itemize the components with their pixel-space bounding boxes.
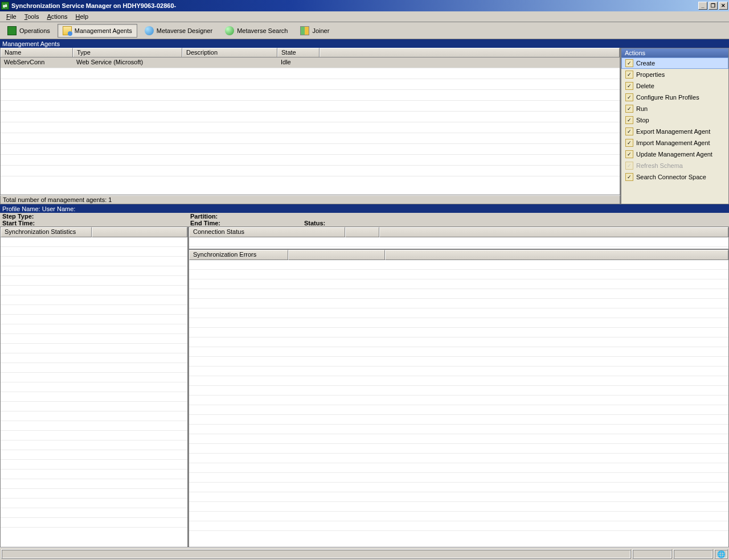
table-row[interactable] <box>1 122 620 133</box>
connection-status-header[interactable]: Connection Status <box>189 227 345 237</box>
toolbar-operations[interactable]: Operations <box>2 24 55 38</box>
app-icon: ⇄ <box>1 2 9 10</box>
action-icon: ✓ <box>625 173 633 181</box>
status-label: Status: <box>304 220 333 227</box>
action-icon: ✓ <box>625 105 633 113</box>
titlebar: ⇄ Synchronization Service Manager on HDH… <box>0 0 729 11</box>
table-row[interactable] <box>1 101 620 112</box>
cell-name <box>1 112 73 122</box>
action-stop[interactable]: ✓Stop <box>621 114 728 126</box>
action-delete[interactable]: ✓Delete <box>621 80 728 92</box>
col-spacer <box>320 48 620 57</box>
action-label: Refresh Schema <box>636 162 683 169</box>
table-row[interactable] <box>1 68 620 79</box>
action-icon: ✓ <box>625 59 633 67</box>
cell-state: Idle <box>277 57 320 68</box>
end-time-label: End Time: <box>190 220 227 227</box>
action-properties[interactable]: ✓Properties <box>621 69 728 80</box>
menu-tools[interactable]: Tools <box>21 12 43 21</box>
cell-type <box>73 79 182 89</box>
action-update-management-agent[interactable]: ✓Update Management Agent <box>621 149 728 160</box>
table-row[interactable]: WebServConnWeb Service (Microsoft)Idle <box>1 57 620 68</box>
window-title: Synchronization Service Manager on HDHY9… <box>11 2 176 9</box>
metaverse-designer-icon <box>145 26 154 35</box>
cell-name <box>1 90 73 100</box>
connection-status-header3[interactable] <box>379 227 728 237</box>
close-button[interactable]: ✕ <box>719 2 728 10</box>
action-search-connector-space[interactable]: ✓Search Connector Space <box>621 171 728 183</box>
cell-description <box>182 79 277 89</box>
management-agents-icon <box>63 26 72 35</box>
col-name[interactable]: Name <box>1 48 73 57</box>
step-type-label: Step Type: <box>2 213 45 220</box>
table-column-headers: Name Type Description State <box>1 48 620 57</box>
maximize-button[interactable]: ❐ <box>708 2 718 10</box>
sync-statistics-header2[interactable] <box>92 227 187 237</box>
table-row[interactable] <box>1 166 620 176</box>
start-time-label: Start Time: <box>2 220 45 227</box>
sync-errors-header3[interactable] <box>385 250 728 260</box>
col-state[interactable]: State <box>277 48 320 57</box>
toolbar-management-agents[interactable]: Management Agents <box>58 24 137 38</box>
cell-name <box>1 155 73 165</box>
cell-description <box>182 68 277 79</box>
sync-statistics-header[interactable]: Synchronization Statistics <box>1 227 92 237</box>
globe-icon: 🌐 <box>717 550 726 558</box>
toolbar-metaverse-search[interactable]: Metaverse Search <box>220 24 293 38</box>
cell-description <box>182 57 277 68</box>
toolbar-metaverse-designer[interactable]: Metaverse Designer <box>140 24 218 38</box>
sync-errors-panel[interactable]: Synchronization Errors <box>189 249 729 547</box>
joiner-icon <box>300 26 309 35</box>
action-icon: ✓ <box>625 162 633 170</box>
statusbar: 🌐 <box>0 547 729 560</box>
cell-state <box>277 133 320 143</box>
cell-description <box>182 166 277 176</box>
table-row[interactable] <box>1 133 620 144</box>
action-run[interactable]: ✓Run <box>621 103 728 114</box>
menu-actions[interactable]: Actions <box>43 12 71 21</box>
cell-name <box>1 68 73 79</box>
cell-description <box>182 133 277 143</box>
sync-statistics-panel[interactable]: Synchronization Statistics <box>0 227 188 547</box>
table-row[interactable] <box>1 144 620 155</box>
cell-name <box>1 133 73 143</box>
action-import-management-agent[interactable]: ✓Import Management Agent <box>621 137 728 149</box>
cell-name <box>1 79 73 89</box>
statusbar-network-icon: 🌐 <box>714 549 728 559</box>
cell-name <box>1 122 73 133</box>
connection-status-panel[interactable]: Connection Status <box>189 227 729 249</box>
cell-state <box>277 79 320 89</box>
action-icon: ✓ <box>625 116 633 124</box>
connection-status-header2[interactable] <box>345 227 379 237</box>
action-configure-run-profiles[interactable]: ✓Configure Run Profiles <box>621 92 728 103</box>
col-description[interactable]: Description <box>182 48 277 57</box>
cell-type <box>73 112 182 122</box>
col-type[interactable]: Type <box>73 48 182 57</box>
management-agents-table[interactable]: Name Type Description State WebServConnW… <box>0 48 620 195</box>
cell-type: Web Service (Microsoft) <box>73 57 182 68</box>
table-row[interactable] <box>1 90 620 101</box>
table-row[interactable] <box>1 112 620 122</box>
actions-panel: Actions ✓Create✓Properties✓Delete✓Config… <box>621 48 729 204</box>
toolbar-joiner-label: Joiner <box>312 27 329 34</box>
cell-description <box>182 155 277 165</box>
cell-state <box>277 144 320 154</box>
cell-name: WebServConn <box>1 57 73 68</box>
cell-name <box>1 166 73 176</box>
action-icon: ✓ <box>625 150 633 158</box>
menu-file[interactable]: File <box>2 12 21 21</box>
toolbar-metaverse-search-label: Metaverse Search <box>237 27 288 34</box>
menu-help[interactable]: Help <box>72 12 93 21</box>
action-export-management-agent[interactable]: ✓Export Management Agent <box>621 126 728 137</box>
cell-type <box>73 68 182 79</box>
sync-errors-header[interactable]: Synchronization Errors <box>189 250 288 260</box>
action-create[interactable]: ✓Create <box>621 57 728 69</box>
table-row[interactable] <box>1 79 620 90</box>
sync-errors-header2[interactable] <box>288 250 385 260</box>
table-row[interactable] <box>1 155 620 166</box>
action-icon: ✓ <box>625 93 633 101</box>
actions-header: Actions <box>621 48 728 57</box>
cell-type <box>73 101 182 111</box>
toolbar-joiner[interactable]: Joiner <box>295 24 334 38</box>
minimize-button[interactable]: _ <box>698 2 707 10</box>
